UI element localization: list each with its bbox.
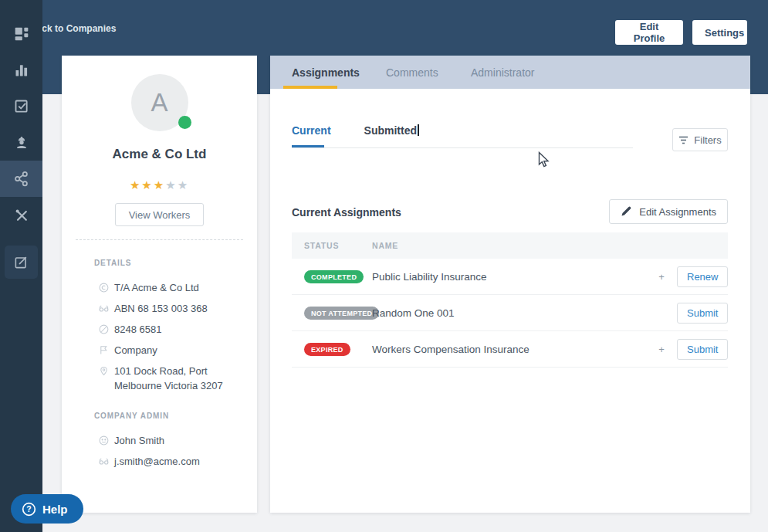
edit-assignments-button[interactable]: Edit Assignments — [609, 199, 728, 224]
active-tab-underline — [283, 86, 337, 89]
online-status-dot — [178, 116, 191, 129]
main-panel: Assignments Comments Administrator Curre… — [270, 56, 750, 513]
status-badge: NOT ATTEMPTED — [304, 307, 379, 320]
tab-bar: Assignments Comments Administrator — [270, 56, 750, 89]
sidebar-item-reports[interactable] — [0, 52, 42, 88]
email-icon — [99, 456, 109, 466]
table-header-row: STATUS NAME — [292, 232, 728, 259]
renew-button[interactable]: Renew — [677, 266, 728, 287]
sidebar-item-forms[interactable] — [5, 246, 38, 279]
subtab-bar: CurrentSubmitted — [292, 124, 419, 137]
status-column-header: STATUS — [292, 241, 372, 250]
detail-abn: ABN 68 153 003 368 — [62, 301, 257, 316]
edit-profile-button[interactable]: Edit Profile — [615, 20, 683, 45]
filter-icon — [678, 136, 688, 144]
current-assignments-title: Current Assignments — [292, 206, 401, 219]
admin-name-item: John Smith — [62, 433, 257, 448]
avatar-letter: A — [151, 88, 167, 117]
tab-assignments[interactable]: Assignments — [292, 66, 360, 79]
stars-filled: ★★★ — [130, 178, 165, 191]
trading-as-value: T/A Acme & Co Ltd — [114, 280, 199, 295]
pencil-icon — [621, 206, 631, 217]
status-badge: EXPIRED — [304, 343, 350, 356]
person-icon — [99, 435, 109, 446]
company-admin-section-label: COMPANY ADMIN — [62, 412, 257, 420]
company-type-value: Company — [114, 343, 157, 357]
submit-button[interactable]: Submit — [677, 339, 728, 360]
filters-button[interactable]: Filters — [672, 128, 728, 151]
edit-assignments-label: Edit Assignments — [639, 206, 716, 218]
abn-icon — [99, 303, 109, 313]
subtab-submitted[interactable]: Submitted — [364, 124, 417, 137]
sidebar-item-share[interactable] — [0, 161, 42, 197]
checkbox-check-icon — [14, 99, 29, 114]
details-list: T/A Acme & Co Ltd ABN 68 153 003 368 824… — [62, 280, 257, 393]
assignment-name: Workers Compensation Insurance — [372, 344, 646, 355]
submit-button[interactable]: Submit — [677, 303, 728, 324]
detail-phone: 8248 6581 — [62, 322, 257, 337]
sidebar-item-workers[interactable] — [0, 124, 42, 161]
settings-button[interactable]: Settings — [692, 20, 747, 45]
back-link-label: Back to Companies — [30, 23, 116, 34]
avatar: A — [131, 74, 188, 131]
admin-email-item: j.smith@acme.com — [62, 454, 257, 469]
address-value: 101 Dock Road, Port Melbourne Victoria 3… — [114, 364, 238, 393]
subtab-current[interactable]: Current — [292, 124, 331, 137]
trading-as-icon — [99, 283, 109, 293]
expand-plus-icon[interactable]: + — [646, 271, 677, 283]
name-column-header: NAME — [372, 241, 728, 250]
sidebar-item-dashboard[interactable] — [0, 15, 42, 52]
phone-icon — [99, 324, 109, 334]
admin-email-value: j.smith@acme.com — [114, 454, 200, 469]
assignment-name: Public Liability Insurance — [372, 271, 646, 283]
text-caret — [418, 124, 419, 136]
tools-icon — [14, 208, 29, 223]
detail-address: 101 Dock Road, Port Melbourne Victoria 3… — [62, 364, 257, 393]
tab-administrator[interactable]: Administrator — [471, 66, 534, 79]
subtab-divider — [292, 147, 633, 148]
help-button[interactable]: ? Help — [11, 494, 83, 524]
view-workers-button[interactable]: View Workers — [115, 203, 205, 226]
bar-chart-icon — [14, 63, 29, 78]
company-profile-card: A Acme & Co Ltd ★★★★★ View Workers DETAI… — [62, 56, 257, 513]
detail-company-type: Company — [62, 343, 257, 357]
details-section-label: DETAILS — [62, 259, 257, 267]
question-circle-icon: ? — [22, 502, 36, 517]
company-admin-list: John Smith j.smith@acme.com — [62, 433, 257, 469]
filters-label: Filters — [694, 134, 721, 146]
company-name: Acme & Co Ltd — [62, 147, 257, 162]
assignments-table: STATUS NAME COMPLETED Public Liability I… — [292, 232, 728, 368]
detail-trading-as: T/A Acme & Co Ltd — [62, 280, 257, 295]
table-row: EXPIRED Workers Compensation Insurance +… — [292, 331, 728, 368]
sidebar-item-tasks[interactable] — [0, 88, 42, 124]
assignment-name: Random One 001 — [372, 307, 646, 319]
divider — [76, 239, 243, 240]
star-rating: ★★★★★ — [62, 178, 257, 192]
abn-value: ABN 68 153 003 368 — [114, 301, 208, 316]
svg-text:?: ? — [26, 505, 31, 513]
expand-plus-icon[interactable]: + — [646, 344, 677, 355]
tab-comments[interactable]: Comments — [386, 66, 438, 79]
note-edit-icon — [14, 255, 29, 269]
location-pin-icon — [99, 366, 109, 376]
help-label: Help — [42, 503, 68, 516]
sidebar-item-tools[interactable] — [0, 197, 42, 233]
worker-icon — [14, 135, 29, 151]
admin-name-value: John Smith — [114, 433, 164, 448]
phone-value: 8248 6581 — [114, 322, 161, 337]
sidebar — [0, 0, 42, 532]
flag-icon — [99, 345, 109, 355]
dashboard-icon — [14, 26, 29, 42]
share-network-icon — [13, 171, 29, 187]
table-row: COMPLETED Public Liability Insurance + R… — [292, 259, 728, 295]
status-badge: COMPLETED — [304, 270, 364, 283]
stars-empty: ★★ — [165, 178, 189, 191]
table-row: NOT ATTEMPTED Random One 001 Submit — [292, 295, 728, 331]
